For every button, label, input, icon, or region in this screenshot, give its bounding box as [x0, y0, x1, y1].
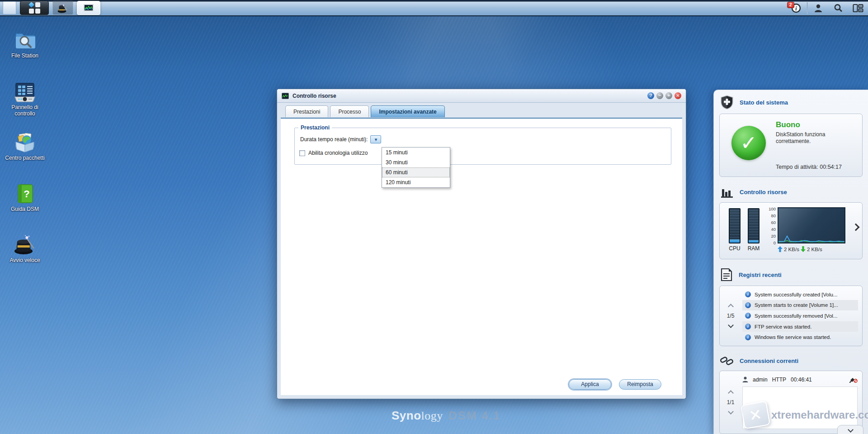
pilot-view-button[interactable] — [848, 1, 868, 15]
open-resource-monitor-chevron[interactable] — [852, 224, 860, 231]
tab-impostazioni-avanzate[interactable]: Impostazioni avanzate — [371, 105, 444, 117]
window-titlebar[interactable]: Controllo risorse ? – + ✕ — [277, 89, 686, 103]
window-close-button[interactable]: ✕ — [675, 92, 681, 99]
info-icon: i — [745, 313, 751, 319]
magic-hat-icon — [57, 3, 69, 14]
section-title: Controllo risorse — [740, 189, 787, 196]
desktop-icon-label: Guida DSM — [3, 206, 47, 212]
uptime-text: Tempo di attività: 00:54:17 — [776, 164, 842, 170]
desktop-icon-label: File Station — [3, 52, 47, 59]
log-item[interactable]: iSystem successfully created [Volu... — [742, 289, 858, 300]
dsm-logo-watermark: SynologyDSM 4.1 — [392, 409, 500, 423]
file-station-icon — [14, 29, 36, 51]
magic-hat-icon — [13, 233, 37, 255]
dropdown-option[interactable]: 60 minuti — [382, 167, 450, 177]
widget-sidebar: Stato del sistema Buono DiskStation funz… — [713, 90, 868, 434]
section-title: Stato del sistema — [740, 99, 788, 106]
log-item[interactable]: iWindows file service was started. — [742, 332, 858, 343]
shield-icon — [720, 95, 734, 110]
package-center-icon — [13, 132, 37, 153]
ram-meter — [748, 208, 760, 243]
recent-logs-header: Registri recenti — [714, 263, 868, 285]
reset-button[interactable]: Reimposta — [619, 379, 661, 390]
connection-row[interactable]: admin HTTP 00:46:41 — [742, 375, 858, 385]
resource-monitor-header: Controllo risorse — [714, 181, 868, 201]
dropdown-option[interactable]: 30 minuti — [382, 157, 450, 167]
tab-content: Prestazioni Durata tempo reale (minuti):… — [281, 118, 682, 395]
desktop-icon-file-station[interactable]: File Station — [3, 29, 47, 59]
desktop-icon-label: Pannello di controllo — [3, 104, 47, 117]
desktop: i 2 — [0, 0, 868, 434]
cpu-meter — [729, 208, 741, 243]
connection-list-area — [742, 386, 858, 429]
upload-arrow-icon — [778, 246, 783, 252]
connection-protocol: HTTP — [772, 377, 786, 383]
log-list: iSystem successfully created [Volu... iS… — [742, 289, 858, 343]
download-rate: 2 KB/s — [807, 247, 822, 252]
window-title: Controllo risorse — [292, 93, 336, 99]
tab-prestazioni[interactable]: Prestazioni — [285, 105, 328, 117]
usage-history-checkbox[interactable] — [299, 150, 305, 156]
resource-monitor-window: Controllo risorse ? – + ✕ Prestazioni Pr… — [277, 89, 686, 399]
duration-dropdown-list: 15 minuti 30 minuti 60 minuti 120 minuti — [382, 147, 450, 188]
download-arrow-icon — [801, 246, 806, 252]
log-item[interactable]: iSystem successfully removed [Vol... — [742, 310, 858, 321]
pager-down-icon[interactable] — [728, 322, 734, 328]
sidebar-collapse-button[interactable] — [837, 425, 863, 434]
dropdown-option[interactable]: 120 minuti — [382, 177, 450, 187]
fieldset-legend: Prestazioni — [298, 124, 332, 131]
tray-divider — [807, 2, 807, 14]
usage-history-label: Abilita cronologia utilizzo — [308, 150, 368, 156]
connection-time: 00:46:41 — [791, 377, 812, 383]
status-description: DiskStation funziona correttamente. — [776, 131, 853, 145]
user-icon — [742, 377, 748, 383]
pager-up-icon[interactable] — [728, 390, 734, 396]
network-graph — [778, 207, 845, 243]
log-item[interactable]: iFTP service was started. — [742, 321, 858, 332]
tab-processo[interactable]: Processo — [330, 105, 369, 117]
connections-pager: 1/1 — [720, 371, 741, 434]
taskbar-quick-start-button[interactable] — [52, 1, 73, 15]
taskbar-resource-monitor-button[interactable] — [77, 1, 100, 15]
resource-monitor-icon — [83, 3, 94, 13]
dropdown-option[interactable]: 15 minuti — [382, 148, 450, 157]
connections-header: Connessioni correnti — [714, 350, 868, 370]
user-menu-button[interactable] — [808, 1, 828, 15]
link-icon — [720, 355, 734, 367]
pager-down-icon[interactable] — [728, 409, 734, 415]
notifications-button[interactable]: i 2 — [786, 1, 806, 15]
apply-button[interactable]: Applica — [569, 379, 611, 390]
info-icon: i — [745, 291, 751, 297]
desktop-icon-dsm-help[interactable]: ? Guida DSM — [3, 183, 47, 212]
duration-select[interactable] — [370, 135, 381, 143]
main-menu-button[interactable] — [20, 1, 49, 15]
desktop-icon-control-panel[interactable]: Pannello di controllo — [3, 82, 47, 117]
info-icon: i — [745, 324, 751, 329]
desktop-icon-label: Centro pacchetti — [3, 155, 47, 161]
chevron-down-icon — [848, 427, 854, 433]
section-title: Connessioni correnti — [740, 358, 798, 364]
window-maximize-button[interactable]: + — [665, 92, 672, 99]
bar-chart-icon — [720, 186, 734, 198]
widgets-icon — [853, 4, 863, 13]
section-title: Registri recenti — [739, 272, 782, 278]
desktop-icon-package-center[interactable]: Centro pacchetti — [3, 132, 47, 161]
logs-pager: 1/5 — [720, 286, 741, 346]
desktop-icon-quick-start[interactable]: Avvio veloce — [3, 233, 47, 263]
window-help-button[interactable]: ? — [647, 92, 654, 99]
resource-monitor-icon — [282, 93, 289, 99]
window-minimize-button[interactable]: – — [656, 92, 663, 99]
dsm-help-icon: ? — [14, 183, 35, 204]
pager-value: 1/1 — [727, 399, 735, 405]
log-item[interactable]: iSystem starts to create [Volume 1]... — [742, 300, 858, 311]
pager-up-icon[interactable] — [728, 304, 734, 310]
info-icon: i — [745, 334, 751, 340]
system-health-card: Buono DiskStation funziona correttamente… — [719, 114, 863, 177]
notification-badge: 2 — [787, 2, 794, 8]
system-health-header: Stato del sistema — [714, 90, 868, 113]
show-desktop-button[interactable] — [3, 1, 16, 14]
cpu-label: CPU — [728, 245, 741, 252]
search-button[interactable] — [828, 1, 848, 15]
kill-connection-icon[interactable] — [849, 377, 858, 383]
connections-card: 1/1 admin HTTP 00:46:41 — [719, 371, 863, 434]
